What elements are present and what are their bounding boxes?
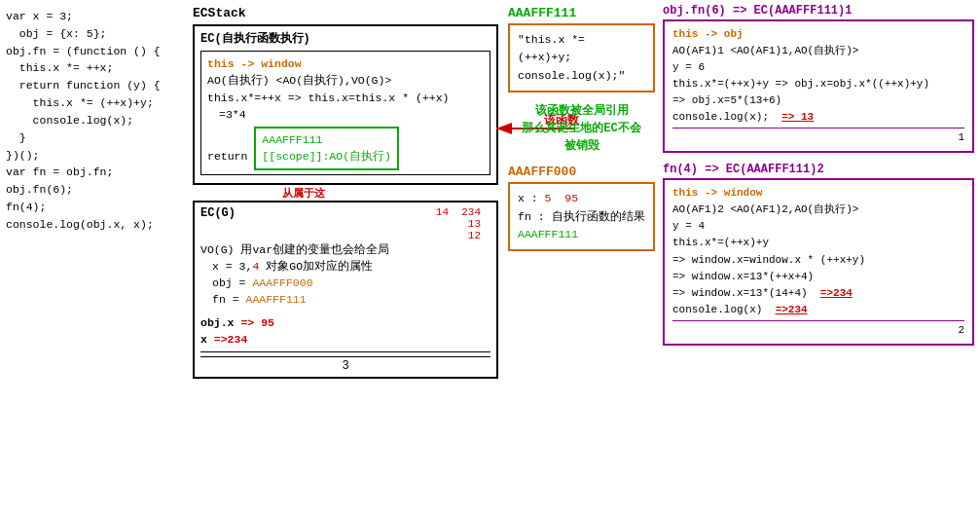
code-line-8: } (6, 129, 179, 147)
ec-auto-box: EC(自执行函数执行) this -> window AO(自执行) <AO(自… (193, 24, 498, 185)
right-bottom-box: this -> window AO(AF1)2 <AO(AF1)2,AO(自执行… (663, 178, 974, 345)
belongs-to-label: 从属于这 (282, 186, 325, 201)
green-box-line1: AAAFFF111 (262, 133, 322, 146)
aaafff111-box: "this.x *= (++x)+y; console.log(x);" (508, 23, 655, 92)
right-top-section: obj.fn(6) => EC(AAAFFF111)1 this -> obj … (663, 4, 974, 153)
aaafff000-title: AAAFFF000 (508, 165, 655, 179)
aaafff000-x-line: x : 5 95 (518, 190, 645, 207)
rt-y-line: y = 6 (672, 59, 964, 76)
code-line-10: var fn = obj.fn; (6, 164, 179, 181)
rb-y-line: y = 4 (672, 218, 964, 235)
right-panel: obj.fn(6) => EC(AAAFFF111)1 this -> obj … (657, 0, 980, 515)
code-line-13: console.log(obj.x, x); (6, 216, 179, 234)
right-bottom-title: fn(4) => EC(AAAFFF111)2 (663, 163, 974, 176)
rb-calc1: this.x*=(++x)+y (672, 235, 964, 251)
ec-g-number: 3 (200, 356, 490, 373)
aaafff000-fn-val: AAAFFF111 (518, 226, 645, 243)
aaafff111-green-box: AAAFFF111 [[scope]]:AO(自执行) (254, 127, 399, 170)
rb-log-line: console.log(x) =>234 (672, 302, 964, 318)
vo-g-line: VO(G) 用var创建的变量也会给全局 (200, 241, 490, 258)
calc-result: =3*4 (219, 106, 484, 123)
x-line: x = 3,4 对象GO加对应的属性 (212, 258, 490, 275)
rt-log-line: console.log(x); => 13 (672, 109, 964, 126)
obj-val: AAAFFF000 (252, 276, 312, 289)
rt-calc1: this.x*=(++x)+y => obj.x=obj.x*((++x)+y) (672, 76, 964, 92)
fn-val: AAAFFF111 (246, 293, 307, 306)
rb-calc2: => window.x=window.x * (++x+y) (672, 252, 964, 269)
rb-ao-line: AO(AF1)2 <AO(AF1)2,AO(自执行)> (672, 202, 964, 218)
code-line-9: })(); (6, 147, 179, 165)
aaafff111-title: AAAFFF111 (508, 6, 655, 20)
aaafff111-line2: console.log(x);" (518, 67, 645, 85)
rt-log-result: => 13 (781, 111, 814, 123)
rt-ao-line: AO(AF1)1 <AO(AF1)1,AO(自执行)> (672, 43, 964, 59)
right-bottom-section: fn(4) => EC(AAAFFF111)2 this -> window A… (663, 159, 974, 345)
ecstack-title: ECStack (193, 6, 502, 20)
x-result-line: x =>234 (200, 331, 490, 348)
code-line-3: obj.fn = (function () { (6, 43, 179, 60)
right-top-title: obj.fn(6) => EC(AAAFFF111)1 (663, 4, 974, 18)
ecstack-panel: ECStack EC(自执行函数执行) this -> window AO(自执… (185, 0, 506, 515)
code-line-12: fn(4); (6, 199, 179, 216)
ec-g-num2: 13 (468, 218, 481, 230)
aaafff111-line1: "this.x *= (++x)+y; (518, 31, 645, 67)
aaafff000-fn-line: fn : 自执行函数的结果 (518, 208, 645, 226)
aaafff-panel: AAAFFF111 "this.x *= (++x)+y; console.lo… (506, 0, 657, 515)
rb-calc4-result: =>234 (820, 287, 853, 299)
ec-auto-title: EC(自执行函数执行) (200, 30, 490, 47)
rt-calc2: => obj.x=5*(13+6) (672, 92, 964, 109)
left-code-panel: var x = 3; obj = {x: 5}; obj.fn = (funct… (0, 0, 185, 515)
return-line: return AAAFFF111 [[scope]]:AO(自执行) (207, 127, 484, 170)
return-label: return (207, 150, 247, 163)
code-line-5: return function (y) { (6, 77, 179, 94)
aaafff000-box: x : 5 95 fn : 自执行函数的结果 AAAFFF111 (508, 182, 655, 251)
ec-g-box: EC(G) 14 234 13 12 VO(G) 用var创建的变量也会给全局 … (193, 201, 498, 380)
green-box-line2: [[scope]]:AO(自执行) (262, 150, 391, 163)
rb-log-result: =>234 (776, 304, 808, 315)
rb-number: 2 (672, 320, 964, 339)
obj-line: obj = AAAFFF000 (212, 275, 490, 291)
rt-this-line: this -> obj (672, 26, 964, 43)
ao-auto-line: AO(自执行) <AO(自执行),VO(G)> (207, 72, 484, 89)
code-line-1: var x = 3; (6, 8, 179, 25)
ec-g-numbers: 14 234 (436, 206, 481, 218)
chinese-annotation: 该函数被全局引用那么其诞生地的EC不会被销毁 (508, 102, 655, 155)
code-line-2: obj = {x: 5}; (6, 25, 179, 43)
code-line-7: console.log(x); (6, 112, 179, 129)
rb-this-line: this -> window (672, 185, 964, 202)
right-top-box: this -> obj AO(AF1)1 <AO(AF1)1,AO(自执行)> … (663, 19, 974, 153)
calc-line: this.x*=++x => this.x=this.x * (++x) (207, 90, 484, 106)
obj-x-result: obj.x => 95 (200, 314, 490, 331)
rb-calc3: => window.x=13*(++x+4) (672, 269, 964, 285)
code-line-4: this.x *= ++x; (6, 59, 179, 77)
code-line-6: this.x *= (++x)+y; (6, 94, 179, 112)
ec-g-num3: 12 (468, 230, 481, 241)
rt-number: 1 (672, 128, 964, 146)
code-line-11: obj.fn(6); (6, 181, 179, 199)
ec-g-title: EC(G) (200, 206, 236, 220)
ec-auto-inner: this -> window AO(自执行) <AO(自执行),VO(G)> t… (200, 51, 490, 175)
rb-calc4: => window.x=13*(14+4) =>234 (672, 285, 964, 302)
fn-line: fn = AAAFFF111 (212, 291, 490, 308)
this-window-line: this -> window (207, 55, 484, 72)
